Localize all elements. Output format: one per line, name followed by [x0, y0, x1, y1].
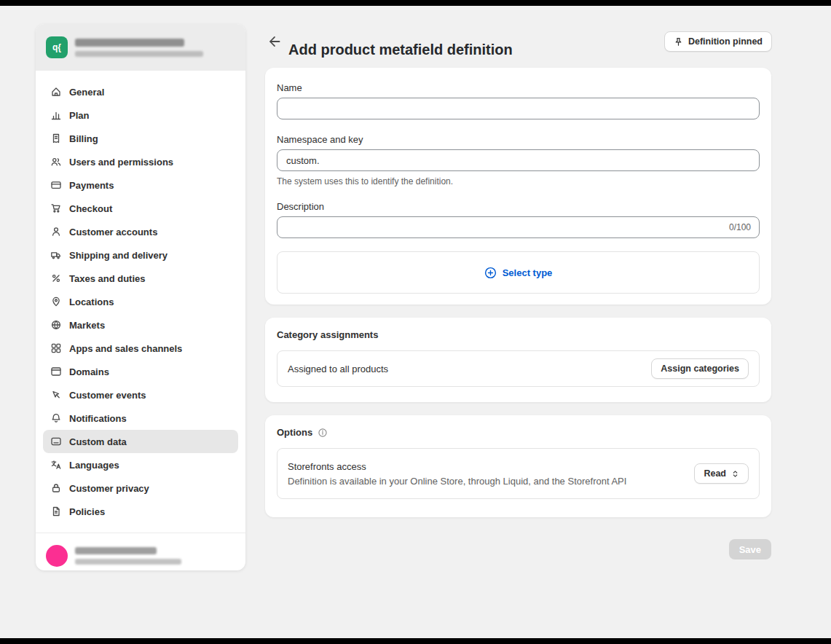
sidebar-item-label: Payments — [69, 180, 114, 191]
sidebar-item-label: General — [69, 87, 104, 98]
character-counter: 0/100 — [729, 222, 751, 232]
namespace-key-input[interactable] — [277, 149, 760, 171]
sidebar-item-markets[interactable]: Markets — [43, 313, 238, 337]
sidebar-item-users-and-permissions[interactable]: Users and permissions — [43, 150, 238, 173]
sidebar-item-apps-and-sales-channels[interactable]: Apps and sales channels — [43, 337, 238, 360]
store-switcher[interactable]: q{ — [36, 24, 245, 71]
sidebar-item-label: Locations — [69, 297, 114, 307]
definition-pinned-button[interactable]: Definition pinned — [664, 31, 772, 52]
sidebar-item-checkout[interactable]: Checkout — [43, 197, 238, 220]
info-icon[interactable] — [318, 428, 328, 438]
sidebar-item-label: Customer privacy — [69, 483, 149, 494]
sidebar-item-customer-privacy[interactable]: Customer privacy — [43, 476, 238, 500]
settings-sidebar: q{ General Plan Billing Users and permis — [36, 24, 245, 570]
page-title: Add product metafield definition — [288, 42, 513, 58]
options-card: Options Storefronts access Definition is… — [265, 415, 771, 517]
percent-icon — [50, 272, 62, 284]
sidebar-item-label: Customer accounts — [69, 227, 157, 237]
sidebar-item-label: Domains — [69, 366, 109, 377]
description-label: Description — [277, 201, 760, 212]
save-button[interactable]: Save — [729, 539, 771, 559]
sidebar-item-customer-events[interactable]: Customer events — [43, 383, 238, 407]
sidebar-item-label: Notifications — [69, 413, 127, 424]
account-switcher[interactable] — [36, 533, 245, 570]
storefronts-access-row: Storefronts access Definition is availab… — [277, 448, 760, 499]
namespace-label: Namespace and key — [277, 134, 760, 145]
database-icon — [50, 436, 62, 447]
name-input[interactable] — [277, 98, 760, 119]
storefronts-access-texts: Storefronts access Definition is availab… — [288, 461, 626, 487]
sidebar-item-languages[interactable]: Languages — [43, 453, 238, 476]
shopify-settings-screen: q{ General Plan Billing Users and permis — [0, 0, 831, 644]
store-avatar: q{ — [46, 36, 68, 58]
sidebar-item-policies[interactable]: Policies — [43, 500, 238, 523]
definition-pinned-label: Definition pinned — [688, 36, 763, 47]
globe-icon — [50, 319, 62, 331]
sidebar-item-label: Taxes and duties — [69, 273, 146, 284]
sidebar-item-label: Apps and sales channels — [69, 343, 182, 354]
category-assignments-card: Category assignments Assigned to all pro… — [265, 318, 771, 402]
assign-categories-button[interactable]: Assign categories — [651, 358, 749, 379]
assignment-status-text: Assigned to all products — [288, 364, 388, 374]
category-assignment-row: Assigned to all products Assign categori… — [277, 350, 760, 387]
bell-icon — [50, 412, 62, 424]
sidebar-item-label: Markets — [69, 320, 105, 331]
sidebar-item-shipping-and-delivery[interactable]: Shipping and delivery — [43, 243, 238, 267]
users-icon — [50, 156, 62, 168]
top-chrome-bar — [0, 0, 831, 6]
receipt-icon — [50, 133, 62, 144]
sidebar-item-locations[interactable]: Locations — [43, 290, 238, 313]
truck-icon — [50, 249, 62, 261]
user-identity — [75, 547, 181, 565]
sidebar-item-label: Policies — [69, 506, 105, 517]
user-name-redacted — [75, 547, 157, 554]
back-arrow-icon[interactable] — [267, 34, 283, 50]
category-assignments-title: Category assignments — [277, 329, 760, 340]
options-title: Options — [277, 427, 312, 438]
sidebar-item-label: Billing — [69, 133, 98, 144]
storefronts-access-title: Storefronts access — [288, 461, 626, 472]
description-input[interactable] — [277, 216, 760, 238]
sidebar-item-label: Languages — [69, 460, 119, 471]
store-name-redacted — [75, 39, 184, 47]
select-type-button[interactable]: Select type — [277, 251, 760, 294]
sidebar-nav: General Plan Billing Users and permissio… — [36, 71, 245, 533]
sidebar-item-customer-accounts[interactable]: Customer accounts — [43, 220, 238, 243]
location-pin-icon — [50, 296, 62, 307]
pin-icon — [674, 37, 683, 47]
sidebar-item-domains[interactable]: Domains — [43, 360, 238, 383]
definition-form-card: Name Namespace and key The system uses t… — [265, 68, 771, 305]
sidebar-item-label: Checkout — [69, 203, 112, 214]
sidebar-item-notifications[interactable]: Notifications — [43, 407, 238, 430]
lock-icon — [50, 482, 62, 494]
browser-icon — [50, 366, 62, 377]
storefronts-access-description: Definition is available in your Online S… — [288, 476, 626, 487]
sidebar-item-general[interactable]: General — [43, 80, 238, 103]
store-url-redacted — [75, 51, 203, 57]
user-avatar — [46, 545, 68, 567]
sidebar-item-label: Users and permissions — [69, 157, 173, 168]
cart-icon — [50, 203, 62, 214]
sidebar-item-label: Shipping and delivery — [69, 250, 168, 261]
credit-card-icon — [50, 179, 62, 191]
chart-icon — [50, 109, 62, 121]
document-icon — [50, 506, 62, 517]
sidebar-item-taxes-and-duties[interactable]: Taxes and duties — [43, 267, 238, 290]
user-email-redacted — [75, 559, 181, 565]
sidebar-item-label: Custom data — [69, 436, 127, 447]
cursor-icon — [50, 389, 62, 401]
person-icon — [50, 226, 62, 237]
sidebar-item-custom-data[interactable]: Custom data — [43, 430, 238, 453]
storefronts-access-select[interactable]: Read — [694, 463, 749, 484]
description-field: 0/100 — [277, 216, 760, 238]
bottom-chrome-bar — [0, 638, 831, 644]
sidebar-item-plan[interactable]: Plan — [43, 103, 238, 127]
plus-circle-icon — [484, 267, 497, 279]
store-identity — [75, 39, 203, 57]
name-label: Name — [277, 82, 760, 93]
sidebar-item-payments[interactable]: Payments — [43, 173, 238, 197]
sidebar-item-label: Plan — [69, 110, 89, 121]
apps-grid-icon — [50, 342, 62, 354]
home-icon — [50, 86, 62, 98]
sidebar-item-billing[interactable]: Billing — [43, 127, 238, 150]
